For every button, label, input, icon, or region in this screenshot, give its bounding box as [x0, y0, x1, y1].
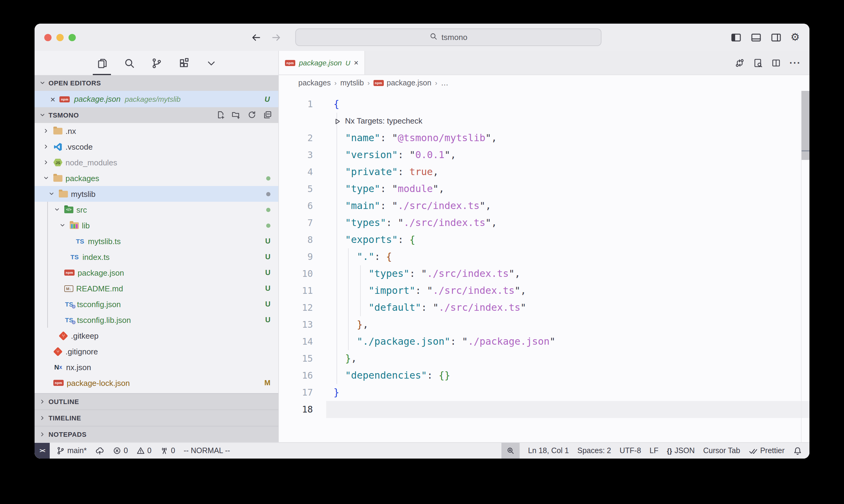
breadcrumb-item-packages[interactable]: packages: [298, 79, 331, 87]
line-content[interactable]: "main": "./src/index.ts",: [326, 197, 809, 214]
back-button[interactable]: [251, 32, 261, 43]
line-content[interactable]: "default": "./src/index.ts": [326, 299, 809, 316]
formatter-status[interactable]: Prettier: [748, 443, 785, 458]
ports-status[interactable]: 0: [160, 443, 175, 458]
tree-item-nx.json[interactable]: Nxnx.json: [35, 359, 278, 375]
tree-item-.nx[interactable]: .nx: [35, 123, 278, 139]
tree-item-lib[interactable]: lib: [35, 217, 278, 233]
notifications-bell[interactable]: [793, 443, 802, 458]
toggle-sidebar-left-icon[interactable]: [730, 32, 742, 43]
toggle-sidebar-right-icon[interactable]: [771, 32, 781, 43]
tree-item-.gitkeep[interactable]: ⑂.gitkeep: [35, 328, 278, 343]
line-number: 8: [279, 231, 326, 248]
forward-button[interactable]: [271, 32, 282, 43]
section-workspace[interactable]: TSMONO: [35, 107, 278, 123]
section-outline[interactable]: OUTLINE: [35, 393, 278, 410]
line-content[interactable]: {: [326, 96, 809, 113]
tree-item-README.md[interactable]: M↓README.mdU: [35, 281, 278, 296]
line-content[interactable]: },: [326, 316, 809, 333]
publish-status[interactable]: [95, 443, 104, 458]
line-content[interactable]: "private": true,: [326, 164, 809, 181]
encoding-status[interactable]: UTF-8: [620, 443, 641, 458]
line-content[interactable]: "dependencies": {}: [326, 367, 809, 384]
editor-group: npm package.json U × ··· packages›mytsli…: [279, 51, 809, 442]
tree-item-package-lock.json[interactable]: npmpackage-lock.jsonM: [35, 375, 278, 391]
section-timeline[interactable]: TIMELINE: [35, 410, 278, 426]
section-open-editors[interactable]: OPEN EDITORS: [35, 75, 278, 91]
breadcrumb-item-package.json[interactable]: npmpackage.json: [374, 79, 431, 87]
cursor-position-status[interactable]: Ln 18, Col 1: [528, 443, 569, 458]
line-content[interactable]: }: [326, 384, 809, 401]
line-number: [279, 113, 326, 130]
git-branch-status[interactable]: main*: [56, 443, 87, 458]
explorer-actions: [216, 110, 278, 120]
zoom-window-button[interactable]: [69, 34, 76, 41]
line-content[interactable]: "version": "0.0.1",: [326, 147, 809, 164]
indentation-status[interactable]: Spaces: 2: [578, 443, 611, 458]
tree-item-node_modules[interactable]: JSnode_modules: [35, 155, 278, 170]
code-line-8: 8 "exports": {: [279, 231, 809, 248]
settings-gear-icon[interactable]: ⚙: [791, 32, 800, 42]
split-editor-icon[interactable]: [771, 58, 781, 68]
code-line-5: 5 "type": "module",: [279, 181, 809, 197]
tree-item-package.json[interactable]: npmpackage.jsonU: [35, 265, 278, 281]
tree-item-index.ts[interactable]: TSindex.tsU: [35, 249, 278, 265]
warnings-status[interactable]: 0: [136, 443, 152, 458]
extensions-icon[interactable]: [178, 51, 189, 75]
command-center-search[interactable]: tsmono: [295, 29, 601, 46]
explorer-icon[interactable]: [96, 51, 108, 75]
refresh-icon[interactable]: [247, 110, 257, 120]
close-window-button[interactable]: [44, 34, 52, 41]
line-content[interactable]: },: [326, 350, 809, 367]
tree-item-.gitignore[interactable]: ⑂.gitignore: [35, 343, 278, 359]
line-content[interactable]: "./package.json": "./package.json": [326, 333, 809, 350]
minimize-window-button[interactable]: [56, 34, 64, 41]
git-compare-icon[interactable]: [735, 58, 744, 68]
tree-item-src[interactable]: </>src: [35, 202, 278, 217]
more-views-icon[interactable]: [205, 51, 217, 75]
language-mode-status[interactable]: {}JSON: [667, 443, 695, 458]
line-content[interactable]: Nx Targets: typecheck: [326, 113, 809, 130]
scrollbar-thumb[interactable]: [802, 91, 809, 160]
close-editor-icon[interactable]: ×: [50, 94, 55, 104]
open-editor-entry[interactable]: × npm package.json packages/mytslib U: [35, 91, 278, 107]
tree-item-.vscode[interactable]: .vscode: [35, 139, 278, 155]
zoom-button[interactable]: [501, 443, 520, 458]
tree-item-mytslib.ts[interactable]: TSmytslib.tsU: [35, 233, 278, 249]
tree-item-tsconfig.lib.json[interactable]: TS⚙tsconfig.lib.jsonU: [35, 312, 278, 328]
tab-package-json[interactable]: npm package.json U ×: [279, 51, 365, 74]
line-content[interactable]: [326, 401, 809, 418]
tree-item-tsconfig.json[interactable]: TS⚙tsconfig.jsonU: [35, 296, 278, 312]
more-actions-icon[interactable]: ···: [789, 57, 801, 68]
code-line-6: 6 "main": "./src/index.ts",: [279, 197, 809, 214]
cursor-tab-status[interactable]: Cursor Tab: [703, 443, 740, 458]
code-area[interactable]: 1{ Nx Targets: typecheck2 "name": "@tsmo…: [279, 91, 809, 442]
breadcrumb-separator: ›: [435, 79, 437, 87]
line-content[interactable]: "import": "./src/index.ts",: [326, 282, 809, 299]
close-tab-icon[interactable]: ×: [354, 58, 358, 67]
editor-scrollbar[interactable]: [801, 91, 809, 442]
new-file-icon[interactable]: [216, 110, 225, 120]
notebook-search-icon[interactable]: [753, 58, 763, 68]
line-content[interactable]: "name": "@tsmono/mytslib",: [326, 130, 809, 147]
line-content[interactable]: "exports": {: [326, 231, 809, 248]
tree-item-mytslib[interactable]: mytslib: [35, 186, 278, 202]
eol-status[interactable]: LF: [650, 443, 658, 458]
line-content[interactable]: "type": "module",: [326, 181, 809, 197]
line-content[interactable]: ".": {: [326, 248, 809, 265]
line-content[interactable]: "types": "./src/index.ts",: [326, 214, 809, 231]
search-icon[interactable]: [123, 51, 135, 75]
breadcrumb-item-mytslib[interactable]: mytslib: [340, 79, 364, 87]
toggle-panel-icon[interactable]: [751, 32, 761, 43]
new-folder-icon[interactable]: [231, 110, 241, 120]
vim-mode-status[interactable]: -- NORMAL --: [184, 443, 230, 458]
source-control-icon[interactable]: [151, 51, 162, 75]
git-status-badge: U: [265, 316, 271, 324]
errors-status[interactable]: 0: [113, 443, 128, 458]
line-content[interactable]: "types": "./src/index.ts",: [326, 265, 809, 282]
breadcrumb-item-[interactable]: …: [441, 79, 448, 87]
section-notepads[interactable]: NOTEPADS: [35, 426, 278, 442]
collapse-all-icon[interactable]: [263, 110, 272, 120]
tree-item-packages[interactable]: packages: [35, 170, 278, 186]
remote-indicator[interactable]: ><: [35, 443, 50, 458]
